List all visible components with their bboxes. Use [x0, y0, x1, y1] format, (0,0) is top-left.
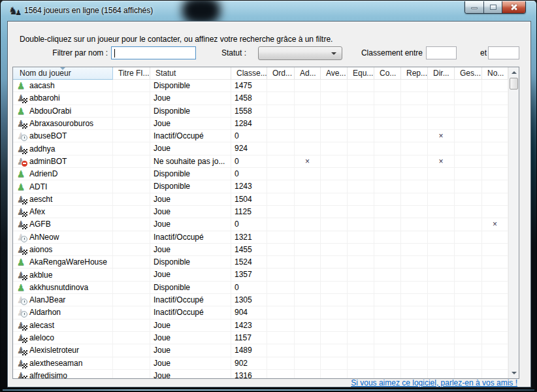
player-name: aescht [29, 193, 52, 205]
player-rating: 1489 [231, 344, 267, 356]
mark-cell [455, 155, 482, 167]
scroll-up-button[interactable] [509, 67, 519, 78]
mark-cell [295, 193, 321, 205]
player-row[interactable]: AlanJBear Inactif/Occupé 1305 [13, 294, 508, 306]
mark-cell [348, 92, 374, 104]
player-name: AbdouOrabi [29, 105, 71, 117]
player-title-cell [113, 105, 150, 117]
mark-cell [267, 370, 295, 378]
mark-cell [374, 231, 401, 243]
player-row[interactable]: akblue Joue 1357 [13, 269, 508, 281]
table-header: Nom du joueur Titre FI... Statut Classe.… [13, 67, 508, 80]
player-rating: 924 [231, 142, 267, 154]
rating-min-input[interactable] [426, 46, 457, 59]
player-rating: 1524 [231, 256, 267, 268]
column-header-rep[interactable]: Rep... [401, 67, 428, 80]
player-row[interactable]: AGFB Joue 0 × [13, 218, 508, 231]
player-row[interactable]: ADTI Disponible 1243 [13, 180, 508, 193]
player-status: Disponible [150, 168, 231, 180]
column-header-co[interactable]: Co... [374, 67, 401, 80]
mark-cell [374, 155, 401, 167]
share-link[interactable]: Si vous aimez ce logiciel, parlez-en à v… [351, 378, 517, 387]
text-caret [114, 49, 115, 57]
mark-cell [348, 118, 374, 129]
column-header-statut[interactable]: Statut [150, 67, 231, 80]
column-header-ave[interactable]: Ave... [321, 67, 348, 80]
mark-cell [401, 332, 428, 344]
player-row[interactable]: Afex Joue 1125 [13, 206, 508, 218]
player-row[interactable]: alextheseaman Joue 902 [13, 357, 508, 370]
player-row[interactable]: Abraxasouroburos Joue 1284 [13, 118, 508, 130]
mark-cell [295, 218, 321, 230]
titlebar[interactable]: ♞♟ 1564 joueurs en ligne (1564 affichés) [1, 1, 536, 21]
player-row[interactable]: alecast Joue 1423 [13, 319, 508, 332]
player-row[interactable]: alfredisimo Joue 1316 [13, 370, 508, 378]
player-row[interactable]: Aldarhon Inactif/Occupé 904 [13, 306, 508, 319]
column-header-titre-fide[interactable]: Titre FI... [113, 67, 150, 80]
mark-cell [348, 357, 374, 369]
player-status: Ne souhaite pas jo... [150, 155, 231, 167]
column-header-ord[interactable]: Ord... [267, 67, 295, 80]
minimize-button[interactable] [465, 1, 483, 13]
mark-cell [374, 294, 401, 306]
mark-cell [455, 118, 482, 129]
mark-cell [348, 206, 374, 218]
rating-max-input[interactable] [488, 46, 519, 59]
mark-cell [482, 306, 508, 318]
player-status: Joue [150, 218, 231, 230]
player-row[interactable]: addhya Joue 924 [13, 142, 508, 155]
mark-cell [401, 118, 428, 129]
player-row[interactable]: adminBOT Ne souhaite pas jo... 0 × × [13, 155, 508, 168]
mark-cell [267, 231, 295, 243]
mark-cell [428, 218, 455, 230]
scroll-down-button[interactable] [509, 368, 519, 378]
mark-cell [348, 294, 374, 306]
player-rating: 1157 [231, 332, 267, 344]
player-row[interactable]: aacash Disponible 1475 [13, 80, 508, 92]
mark-cell [482, 256, 508, 268]
column-header-no[interactable]: No... [482, 67, 508, 80]
mark-cell [321, 357, 348, 369]
column-header-dir[interactable]: Dir... [428, 67, 455, 80]
player-row[interactable]: abuseBOT Inactif/Occupé 0 × [13, 130, 508, 142]
player-row[interactable]: Alexisletroteur Joue 1489 [13, 344, 508, 357]
player-name-cell: aionos [13, 244, 113, 255]
player-status-icon [16, 156, 26, 167]
maximize-button[interactable] [483, 1, 502, 13]
and-label: et [468, 46, 487, 60]
filter-name-input[interactable] [111, 46, 196, 59]
status-dropdown[interactable] [258, 46, 342, 60]
player-row[interactable]: aescht Joue 1504 [13, 193, 508, 206]
mark-cell [374, 357, 401, 369]
column-header-classement[interactable]: Classe... [231, 67, 267, 80]
mark-cell [348, 319, 374, 331]
player-rating: 0 [231, 282, 267, 293]
scrollbar-thumb[interactable] [510, 78, 518, 90]
column-header-ges[interactable]: Ges... [455, 67, 482, 80]
mark-cell: × [482, 218, 508, 230]
column-header-ad[interactable]: Ad... [295, 67, 321, 80]
player-row[interactable]: AbdouOrabi Disponible 1558 [13, 105, 508, 118]
mark-cell [295, 130, 321, 142]
mark-cell [374, 218, 401, 230]
player-row[interactable]: aionos Joue 1455 [13, 244, 508, 256]
close-button[interactable] [502, 1, 525, 13]
vertical-scrollbar[interactable] [508, 67, 519, 378]
filter-name-label: Filtrer par nom : [34, 46, 108, 60]
mark-cell [348, 344, 374, 356]
player-row[interactable]: AdrienD Disponible 0 [13, 168, 508, 180]
mark-cell [401, 142, 428, 154]
player-name: AlanJBear [29, 294, 65, 306]
mark-cell [321, 92, 348, 104]
column-header-equ[interactable]: Equ... [348, 67, 374, 80]
player-row[interactable]: akkhusnutdinova Disponible 0 [13, 282, 508, 294]
player-row[interactable]: abbarohi Joue 1458 [13, 92, 508, 105]
mark-cell [267, 282, 295, 293]
mark-cell [401, 319, 428, 331]
player-row[interactable]: aleloco Joue 1157 [13, 332, 508, 344]
player-status: Joue [150, 92, 231, 104]
column-header-nom-du-joueur[interactable]: Nom du joueur [13, 67, 113, 80]
player-row[interactable]: AkaRengaWareHouse Disponible 1524 [13, 256, 508, 269]
mark-cell [295, 180, 321, 192]
player-row[interactable]: AhNeow Inactif/Occupé 1321 [13, 231, 508, 244]
